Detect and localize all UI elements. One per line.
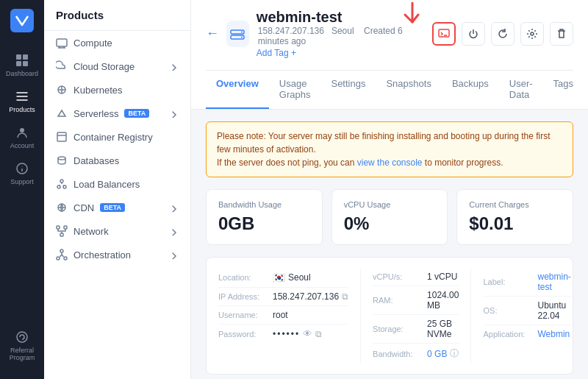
settings-button[interactable] [520, 22, 544, 46]
svg-point-27 [531, 32, 534, 35]
sidebar-item-orchestration[interactable]: Orchestration [44, 243, 190, 266]
details-card: Location: 🇰🇷 Seoul IP Address: 158.247.2… [206, 257, 573, 375]
svg-rect-10 [57, 132, 66, 141]
sidebar-item-network[interactable]: Network [44, 219, 190, 243]
power-button[interactable] [462, 22, 485, 46]
nav-label-dashboard: Dashboard [6, 70, 38, 77]
svg-rect-4 [23, 61, 28, 66]
stats-row: Bandwidth Usage 0GB vCPU Usage 0% Curren… [206, 189, 573, 245]
tabs: Overview Usage Graphs Settings Snapshots… [206, 70, 573, 109]
detail-ram: RAM: 1024.00 MB [373, 286, 459, 315]
chevron-icon [170, 227, 179, 235]
stat-value-vcpu: 0% [344, 213, 436, 234]
server-ip: 158.247.207.136 [258, 26, 324, 36]
sidebar-label-orchestration: Orchestration [74, 249, 131, 261]
sidebar-label-serverless: Serverless [74, 108, 118, 119]
nav-label-referral: Referral Program [0, 347, 44, 361]
svg-rect-0 [10, 9, 34, 32]
view-console-link[interactable]: view the console [357, 157, 423, 168]
sidebar-item-serverless[interactable]: Serverless BETA [44, 102, 190, 125]
sidebar-item-databases[interactable]: Databases [44, 149, 190, 172]
tab-settings[interactable]: Settings [320, 71, 376, 109]
svg-point-5 [20, 128, 24, 132]
add-tag-link[interactable]: Add Tag + [257, 48, 425, 58]
svg-rect-17 [64, 226, 67, 229]
server-meta: 158.247.207.136 Seoul Created 6 minutes … [258, 26, 425, 46]
svg-point-20 [57, 257, 60, 260]
svg-rect-3 [16, 61, 21, 66]
detail-application: Application: Webmin [483, 325, 570, 343]
details-col1: Location: 🇰🇷 Seoul IP Address: 158.247.2… [218, 268, 361, 364]
server-name: webmin-test [257, 9, 425, 26]
svg-rect-8 [57, 39, 67, 46]
app-logo[interactable] [10, 9, 34, 32]
content-header: ← webmin-test 158.247.207.136 Seoul Crea… [191, 0, 588, 110]
stat-card-vcpu: vCPU Usage 0% [331, 189, 448, 245]
sidebar-title: Products [44, 0, 190, 31]
stat-value-charges: $0.01 [469, 213, 561, 234]
tab-usage-graphs[interactable]: Usage Graphs [269, 71, 321, 109]
tab-tags[interactable]: Tags [543, 71, 584, 109]
sidebar-item-compute[interactable]: Compute [44, 31, 190, 54]
nav-item-account[interactable]: Account [0, 119, 44, 155]
svg-rect-2 [23, 54, 28, 60]
tab-user-data[interactable]: User-Data [499, 71, 543, 109]
delete-button[interactable] [550, 22, 573, 46]
detail-storage: Storage: 25 GB NVMe [373, 315, 459, 344]
svg-point-24 [241, 31, 243, 32]
header-actions: 콘솔보기(터미널) [432, 22, 573, 46]
copy-ip-icon[interactable]: ⧉ [342, 291, 348, 302]
tab-backups[interactable]: Backups [442, 71, 499, 109]
tab-ddos[interactable]: DDOS [584, 71, 588, 109]
bandwidth-info-icon[interactable]: ⓘ [450, 347, 459, 360]
chevron-icon [170, 203, 179, 212]
svg-rect-18 [60, 233, 63, 236]
sidebar-item-load-balancers[interactable]: Load Balancers [44, 172, 190, 196]
sidebar-item-container-registry[interactable]: Container Registry [44, 125, 190, 149]
alert-text2: If the server does not ping, you can [217, 157, 357, 168]
copy-password-icon[interactable]: ⧉ [315, 329, 322, 339]
nav-item-products[interactable]: Products [0, 83, 44, 119]
main-content: ← webmin-test 158.247.207.136 Seoul Crea… [191, 0, 588, 379]
refresh-button[interactable] [491, 22, 514, 46]
svg-rect-1 [16, 54, 21, 60]
server-icon [226, 21, 249, 47]
server-info: webmin-test 158.247.207.136 Seoul Create… [257, 9, 425, 58]
sidebar-item-cloud-storage[interactable]: Cloud Storage [44, 54, 190, 78]
svg-point-19 [60, 249, 63, 252]
console-wrapper: 콘솔보기(터미널) [432, 22, 456, 46]
chevron-icon [170, 250, 179, 259]
stat-label-charges: Current Charges [469, 200, 561, 209]
sidebar-item-cdn[interactable]: CDN BETA [44, 196, 190, 219]
tab-overview[interactable]: Overview [206, 71, 269, 109]
content-body: Please note: Your server may still be fi… [191, 110, 588, 379]
nav-item-dashboard[interactable]: Dashboard [0, 47, 44, 83]
serverless-beta-badge: BETA [124, 109, 149, 118]
sidebar-label-container-registry: Container Registry [74, 132, 153, 143]
alert-text1: Please note: Your server may still be fi… [217, 131, 551, 155]
svg-point-7 [17, 332, 27, 342]
cdn-beta-badge: BETA [100, 203, 125, 212]
svg-rect-16 [57, 226, 60, 229]
sidebar: Products Compute Cloud Storage Kubernete… [44, 0, 191, 379]
details-col3: Label: webmin-test OS: Ubuntu 22.04 Appl… [471, 268, 570, 364]
nav-label-support: Support [10, 178, 34, 185]
detail-location: Location: 🇰🇷 Seoul [218, 268, 348, 288]
svg-point-12 [60, 180, 63, 183]
back-button[interactable]: ← [206, 26, 219, 41]
sidebar-label-cloud-storage: Cloud Storage [74, 61, 135, 72]
detail-bandwidth: Bandwidth: 0 GB ⓘ [373, 344, 459, 364]
stat-label-vcpu: vCPU Usage [344, 200, 436, 209]
stat-card-charges: Current Charges $0.01 [456, 189, 573, 245]
nav-item-referral[interactable]: Referral Program [0, 324, 44, 367]
svg-point-11 [58, 157, 65, 160]
detail-password: Password: •••••• 👁 ⧉ [218, 325, 348, 343]
nav-item-support[interactable]: Support [0, 155, 44, 191]
svg-point-25 [241, 36, 243, 38]
console-button[interactable] [432, 22, 456, 46]
sidebar-item-kubernetes[interactable]: Kubernetes [44, 78, 190, 102]
show-password-icon[interactable]: 👁 [303, 328, 312, 339]
chevron-icon [170, 62, 179, 71]
detail-os: OS: Ubuntu 22.04 [483, 297, 570, 325]
tab-snapshots[interactable]: Snapshots [376, 71, 441, 109]
